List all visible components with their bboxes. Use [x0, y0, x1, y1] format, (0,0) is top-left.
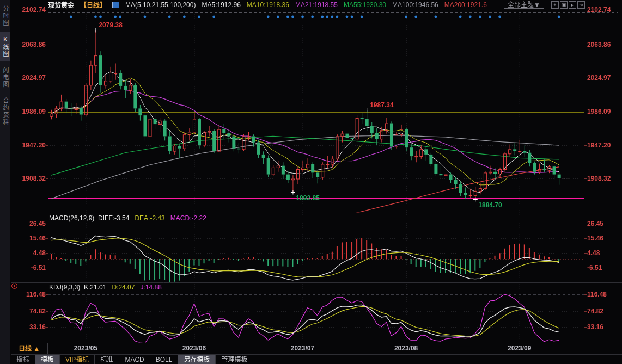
ytick-r-1947.20: 1947.20	[587, 141, 621, 149]
bottom-tab-MACD[interactable]: MACD	[119, 355, 150, 364]
month-label-2023/05: 2023/05	[70, 344, 101, 352]
bottom-tab-BOLL[interactable]: BOLL	[150, 355, 179, 364]
header-toolbar: +▣▸⇥	[550, 1, 585, 9]
kdj-k-value: K:21.01	[84, 283, 106, 291]
jump-latest-icon[interactable]: ⇥	[577, 1, 585, 9]
ytick-r-2024.97: 2024.97	[587, 74, 621, 82]
macd-panel-header: MACD(26,12,9) DIFF:-3.54 DEA:-2.43 MACD:…	[49, 214, 206, 222]
bottom-toolbar: 指标模板VIP指标标准MACDBOLL另存模板管理模板	[11, 355, 622, 364]
period-selector[interactable]: 日线 ▲	[11, 343, 48, 354]
ytick-l-1908.32: 1908.32	[11, 175, 46, 182]
ytick-l-1947.20: 1947.20	[11, 141, 46, 149]
bottom-tab-管理模板[interactable]: 管理模板	[216, 355, 253, 364]
month-label-2023/06: 2023/06	[179, 344, 209, 352]
macd-value: MACD:-2.22	[170, 214, 206, 222]
extreme-label-2079.38: 2079.38	[99, 21, 122, 29]
ma-value-1: MA10:1918.36	[247, 1, 289, 9]
ytick-r-33.16: 33.16	[587, 323, 621, 331]
ma-value-5: MA200:1921.6	[444, 1, 487, 9]
symbol-name: 现货黄金	[48, 0, 74, 9]
ytick-r-2063.86: 2063.86	[587, 41, 621, 48]
ytick-r-1986.09: 1986.09	[587, 108, 621, 115]
bottom-tab-另存模板[interactable]: 另存模板	[178, 355, 216, 364]
ma-value-0: MA5:1912.96	[202, 1, 240, 9]
ytick-r-15.46: 15.46	[587, 235, 621, 242]
bottom-tab-标准[interactable]: 标准	[95, 355, 119, 364]
ytick-l--6.51: -6.51	[11, 264, 46, 272]
ytick-r-26.45: 26.45	[587, 220, 621, 227]
ytick-r-116.48: 116.48	[587, 291, 621, 298]
ytick-l-2063.86: 2063.86	[11, 41, 46, 48]
ytick-r-2102.74: 2102.74	[587, 6, 621, 14]
left-sidebar: 分时图K线图闪电图合约资料	[0, 0, 10, 364]
trading-app-window: 分时图K线图闪电图合约资料 现货黄金 【日线】 MA(5,10,21,55,10…	[0, 0, 622, 364]
x-axis-row: 日线 ▲ 2023/052023/062023/072023/082023/09	[11, 343, 622, 354]
scroll-right-icon[interactable]: ▸	[569, 1, 576, 9]
ytick-l-4.48: 4.48	[11, 249, 46, 257]
ytick-l-2102.74: 2102.74	[11, 6, 46, 14]
ytick-r-1908.32: 1908.32	[587, 175, 621, 182]
alert-dot-icon[interactable]	[11, 283, 17, 289]
extreme-label-1892.85: 1892.85	[296, 194, 319, 202]
period-tag: 【日线】	[80, 0, 106, 9]
ma-value-3: MA55:1930.30	[344, 1, 386, 9]
all-themes-button[interactable]: 全部主题▼	[504, 1, 544, 9]
sidebar-tab-闪电图[interactable]: 闪电图	[0, 63, 10, 92]
ytick-r-4.48: 4.48	[587, 249, 621, 257]
sidebar-tab-分时图[interactable]: 分时图	[0, 2, 10, 30]
month-label-2023/08: 2023/08	[391, 344, 422, 352]
kdj-panel-header: KDJ(9,3,3) K:21.01 D:24.07 J:14.88	[49, 283, 162, 291]
extreme-label-1987.34: 1987.34	[370, 101, 393, 109]
ytick-l-1986.09: 1986.09	[11, 108, 46, 115]
sidebar-tab-K线图[interactable]: K线图	[0, 32, 10, 61]
pan-icon[interactable]: +	[551, 1, 559, 9]
bottom-tab-VIP指标[interactable]: VIP指标	[60, 355, 95, 364]
fit-chart-icon[interactable]: ▣	[560, 1, 568, 9]
ytick-l-2024.97: 2024.97	[11, 74, 46, 82]
sidebar-tab-合约资料[interactable]: 合约资料	[0, 94, 10, 129]
ma-group-label: MA(5,10,21,55,100,200)	[125, 1, 196, 9]
ytick-l-26.45: 26.45	[11, 220, 46, 227]
ytick-l-74.82: 74.82	[11, 307, 46, 315]
ma-value-4: MA100:1946.56	[392, 1, 438, 9]
ytick-l-116.48: 116.48	[11, 291, 46, 298]
macd-dea-value: DEA:-2.43	[135, 214, 164, 222]
kdj-j-value: J:14.88	[140, 283, 161, 291]
chart-type-icon[interactable]	[112, 2, 119, 8]
ytick-r--6.51: -6.51	[587, 264, 621, 272]
chart-canvas[interactable]	[0, 0, 622, 364]
month-label-2023/07: 2023/07	[288, 344, 318, 352]
macd-title: MACD(26,12,9)	[49, 214, 94, 222]
ytick-r-74.82: 74.82	[587, 307, 621, 315]
bottom-tab-模板[interactable]: 模板	[35, 355, 60, 364]
bottom-tab-指标[interactable]: 指标	[11, 355, 35, 364]
ma-value-2: MA21:1918.55	[295, 1, 338, 9]
ma-values: MA5:1912.96MA10:1918.36MA21:1918.55MA55:…	[202, 1, 486, 9]
kdj-d-value: D:24.07	[112, 283, 135, 291]
chart-header: 现货黄金 【日线】 MA(5,10,21,55,100,200) MA5:191…	[48, 0, 622, 9]
ytick-l-33.16: 33.16	[11, 323, 46, 331]
ytick-l-15.46: 15.46	[11, 235, 46, 242]
month-label-2023/09: 2023/09	[504, 344, 535, 352]
kdj-title: KDJ(9,3,3)	[49, 283, 80, 291]
macd-diff-value: DIFF:-3.54	[98, 214, 129, 222]
extreme-label-1884.70: 1884.70	[478, 201, 502, 209]
